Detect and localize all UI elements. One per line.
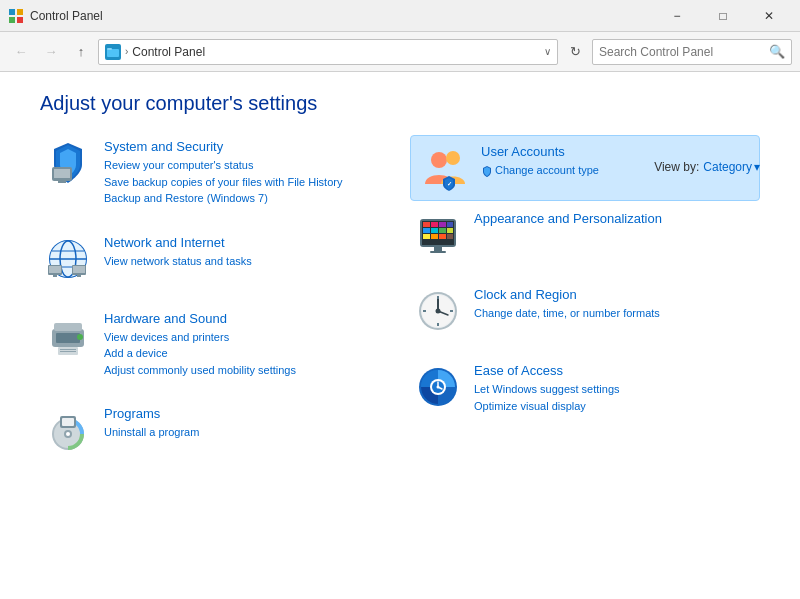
page-title: Adjust your computer's settings <box>40 92 760 115</box>
address-bar: ← → ↑ › Control Panel ∨ ↻ 🔍 <box>0 32 800 72</box>
svg-rect-26 <box>60 349 76 350</box>
breadcrumb-separator: › <box>125 46 128 57</box>
window-controls: − □ ✕ <box>654 0 792 32</box>
app-icon <box>8 8 24 24</box>
view-by-dropdown[interactable]: Category ▾ <box>703 160 760 174</box>
programs-icon <box>44 406 92 454</box>
programs-link-1[interactable]: Uninstall a program <box>104 424 376 441</box>
svg-rect-22 <box>56 333 80 343</box>
network-internet-info: Network and Internet View network status… <box>104 235 376 270</box>
search-icon[interactable]: 🔍 <box>769 44 785 59</box>
svg-rect-40 <box>431 222 438 227</box>
programs-title[interactable]: Programs <box>104 406 376 421</box>
svg-rect-7 <box>54 169 70 178</box>
svg-rect-0 <box>9 9 15 15</box>
svg-rect-44 <box>431 228 438 233</box>
network-internet-icon <box>44 235 92 283</box>
title-bar: Control Panel − □ ✕ <box>0 0 800 32</box>
view-by-label: View by: <box>654 160 699 174</box>
svg-point-31 <box>66 432 70 436</box>
network-internet-title[interactable]: Network and Internet <box>104 235 376 250</box>
system-security-link-2[interactable]: Save backup copies of your files with Fi… <box>104 174 376 191</box>
user-accounts-icon: ✓ <box>421 144 469 192</box>
clock-region-link-1[interactable]: Change date, time, or number formats <box>474 305 756 322</box>
svg-rect-2 <box>9 17 15 23</box>
clock-region-info: Clock and Region Change date, time, or n… <box>474 287 756 322</box>
search-input[interactable] <box>599 45 765 59</box>
window-title: Control Panel <box>30 9 654 23</box>
svg-rect-43 <box>423 228 430 233</box>
svg-rect-46 <box>447 228 453 233</box>
svg-rect-47 <box>423 234 430 239</box>
minimize-button[interactable]: − <box>654 0 700 32</box>
category-programs: Programs Uninstall a program <box>40 402 380 458</box>
svg-point-25 <box>77 334 83 340</box>
svg-rect-23 <box>54 323 82 331</box>
svg-rect-27 <box>60 351 76 352</box>
system-security-link-3[interactable]: Backup and Restore (Windows 7) <box>104 190 376 207</box>
ease-access-link-2[interactable]: Optimize visual display <box>474 398 756 415</box>
system-security-link-1[interactable]: Review your computer's status <box>104 157 376 174</box>
category-hardware-sound: Hardware and Sound View devices and prin… <box>40 307 380 383</box>
appearance-title[interactable]: Appearance and Personalization <box>474 211 756 226</box>
ease-access-title[interactable]: Ease of Access <box>474 363 756 378</box>
svg-text:✓: ✓ <box>447 181 452 187</box>
svg-rect-48 <box>431 234 438 239</box>
category-network-internet: Network and Internet View network status… <box>40 231 380 287</box>
address-path: Control Panel <box>132 45 540 59</box>
user-accounts-title[interactable]: User Accounts <box>481 144 749 159</box>
hardware-sound-link-1[interactable]: View devices and printers <box>104 329 376 346</box>
svg-rect-5 <box>107 48 112 50</box>
hardware-sound-title[interactable]: Hardware and Sound <box>104 311 376 326</box>
svg-rect-52 <box>430 251 446 253</box>
ease-access-info: Ease of Access Let Windows suggest setti… <box>474 363 756 414</box>
clock-region-icon <box>414 287 462 335</box>
svg-point-69 <box>437 386 440 389</box>
svg-point-58 <box>436 309 441 314</box>
svg-rect-49 <box>439 234 446 239</box>
svg-rect-1 <box>17 9 23 15</box>
address-box[interactable]: › Control Panel ∨ <box>98 39 558 65</box>
hardware-sound-link-3[interactable]: Adjust commonly used mobility settings <box>104 362 376 379</box>
clock-region-title[interactable]: Clock and Region <box>474 287 756 302</box>
category-appearance: Appearance and Personalization <box>410 207 760 263</box>
ease-access-icon <box>414 363 462 411</box>
programs-info: Programs Uninstall a program <box>104 406 376 441</box>
address-dropdown-icon: ∨ <box>544 46 551 57</box>
folder-icon <box>105 44 121 60</box>
left-column: System and Security Review your computer… <box>40 135 400 478</box>
svg-rect-16 <box>49 266 61 273</box>
svg-rect-4 <box>107 49 119 57</box>
close-button[interactable]: ✕ <box>746 0 792 32</box>
system-security-info: System and Security Review your computer… <box>104 139 376 207</box>
svg-point-35 <box>446 151 460 165</box>
svg-rect-19 <box>73 266 85 273</box>
svg-rect-51 <box>434 247 442 251</box>
hardware-sound-info: Hardware and Sound View devices and prin… <box>104 311 376 379</box>
svg-rect-8 <box>58 181 66 183</box>
svg-rect-39 <box>423 222 430 227</box>
right-column: ✓ User Accounts Change account type <box>400 135 760 478</box>
back-button[interactable]: ← <box>8 39 34 65</box>
svg-rect-33 <box>62 418 74 426</box>
appearance-info: Appearance and Personalization <box>474 211 756 229</box>
refresh-button[interactable]: ↻ <box>562 39 588 65</box>
maximize-button[interactable]: □ <box>700 0 746 32</box>
category-system-security: System and Security Review your computer… <box>40 135 380 211</box>
up-button[interactable]: ↑ <box>68 39 94 65</box>
network-internet-link-1[interactable]: View network status and tasks <box>104 253 376 270</box>
search-box[interactable]: 🔍 <box>592 39 792 65</box>
view-by-control: View by: Category ▾ <box>654 160 760 174</box>
system-security-title[interactable]: System and Security <box>104 139 376 154</box>
svg-rect-20 <box>77 275 81 277</box>
svg-rect-3 <box>17 17 23 23</box>
appearance-icon <box>414 211 462 259</box>
svg-rect-41 <box>439 222 446 227</box>
forward-button[interactable]: → <box>38 39 64 65</box>
ease-access-link-1[interactable]: Let Windows suggest settings <box>474 381 756 398</box>
categories-grid: System and Security Review your computer… <box>40 135 760 478</box>
hardware-sound-link-2[interactable]: Add a device <box>104 345 376 362</box>
category-clock-region: Clock and Region Change date, time, or n… <box>410 283 760 339</box>
svg-point-34 <box>431 152 447 168</box>
hardware-sound-icon <box>44 311 92 359</box>
